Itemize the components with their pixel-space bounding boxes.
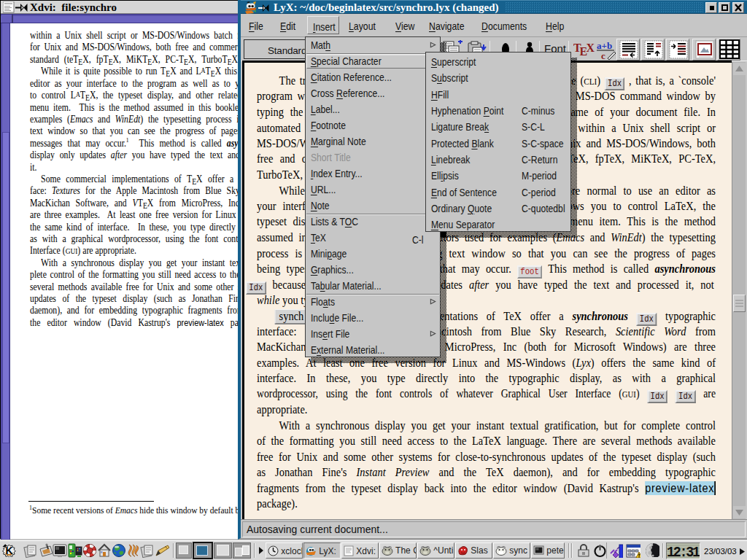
svg-text:a+b: a+b (597, 40, 612, 51)
svg-text:c: c (601, 50, 605, 60)
svg-text:K: K (6, 545, 14, 556)
svg-text:X: X (587, 42, 595, 54)
